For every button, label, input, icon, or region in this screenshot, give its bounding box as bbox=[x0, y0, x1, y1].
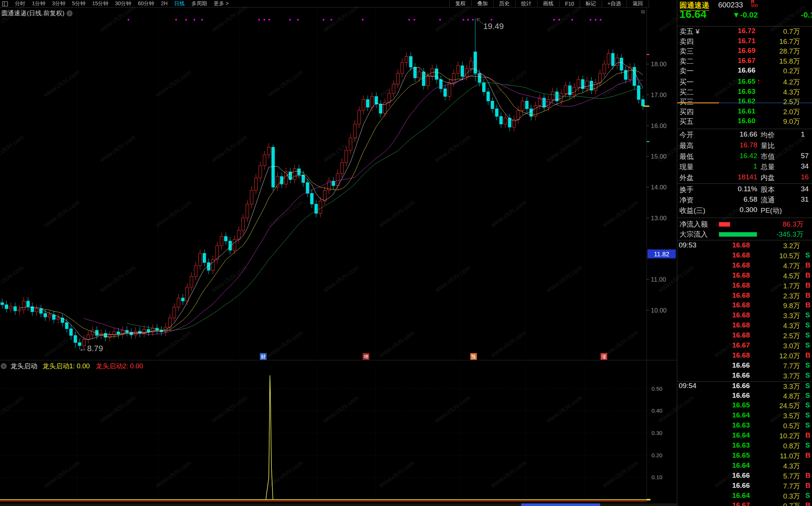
toolbar-button-复权[interactable]: 复权 bbox=[449, 0, 471, 7]
tick-price: 16.67 bbox=[709, 501, 750, 506]
tick-price: 16.66 bbox=[709, 361, 750, 369]
tick-price: 16.68 bbox=[709, 271, 750, 279]
tick-price: 16.68 bbox=[709, 261, 750, 269]
period-tab-1分钟[interactable]: 1分钟 bbox=[29, 0, 49, 7]
stat-label: PE(动) bbox=[761, 206, 782, 215]
period-tab-更多 >[interactable]: 更多 > bbox=[210, 0, 232, 7]
period-tab-30分钟[interactable]: 30分钟 bbox=[112, 0, 135, 7]
ob-level-label: 卖五 ¥ bbox=[679, 27, 700, 36]
toolbar-button-返回[interactable]: 返回 bbox=[627, 0, 649, 7]
order-book-row[interactable]: 卖四16.7116.7万 bbox=[677, 37, 812, 47]
order-book-row[interactable]: 买四16.612.0万 bbox=[677, 107, 812, 117]
stat-label: 流通 bbox=[761, 195, 775, 205]
window-icon[interactable] bbox=[2, 1, 8, 6]
stat-label: 市值 bbox=[761, 152, 775, 161]
trade-tick-row: 16.667.7万S bbox=[677, 361, 812, 371]
price-change-pct: -0.1 bbox=[801, 10, 812, 19]
stat-row: 最低16.42市值57 bbox=[677, 152, 812, 162]
order-book-row[interactable]: 买五16.609.0万 bbox=[677, 117, 812, 126]
tick-price: 16.65 bbox=[709, 451, 750, 459]
tick-side-letter: S bbox=[805, 361, 810, 369]
indicator-axis-label: 0.10 bbox=[652, 474, 662, 480]
tick-side-letter: B bbox=[805, 501, 811, 506]
trade-tick-row: 16.644.3万 bbox=[677, 461, 812, 471]
signal-dot bbox=[323, 19, 324, 20]
order-book-row[interactable]: 卖一16.660.2万 bbox=[677, 66, 812, 76]
tick-volume: 2.3万 bbox=[750, 291, 800, 301]
trade-tick-row: 09:5316.683.2万 bbox=[677, 241, 812, 251]
toolbar-button-F10[interactable]: F10 bbox=[559, 1, 580, 7]
toolbar-button-+自选[interactable]: +自选 bbox=[602, 0, 627, 7]
price-axis-label: 11.00 bbox=[651, 276, 666, 283]
order-book-row[interactable]: 买一16.65↑4.2万 bbox=[677, 77, 812, 87]
chevron-down-icon[interactable]: ∨ bbox=[67, 10, 73, 16]
period-tab-3分钟[interactable]: 3分钟 bbox=[49, 0, 69, 7]
ma30-line bbox=[127, 83, 643, 330]
ob-volume: 28.7万 bbox=[755, 47, 800, 56]
order-book-row[interactable]: 卖二16.6715.8万 bbox=[677, 57, 812, 66]
ob-level-label: 卖一 bbox=[679, 66, 694, 76]
ob-level-label: 买四 bbox=[679, 107, 694, 117]
stat-value-clipped: 57 bbox=[801, 152, 809, 160]
tick-price: 16.63 bbox=[709, 421, 750, 429]
ob-price: 16.71 bbox=[714, 37, 755, 45]
tick-price: 16.66 bbox=[709, 391, 750, 400]
stat-label: 股本 bbox=[761, 185, 775, 195]
stat-label: 净资 bbox=[679, 195, 694, 205]
period-tab-15分钟[interactable]: 15分钟 bbox=[89, 0, 112, 7]
toolbar-button-历史[interactable]: 历史 bbox=[493, 0, 515, 7]
trade-tick-row: 16.683.3万S bbox=[677, 311, 812, 321]
period-tab-多周期[interactable]: 多周期 bbox=[188, 0, 210, 7]
toolbar-button-叠加[interactable]: 叠加 bbox=[471, 0, 493, 7]
toolbar-button-统计[interactable]: 统计 bbox=[515, 0, 537, 7]
period-tab-日线[interactable]: 日线 bbox=[171, 0, 188, 7]
stat-label: 外盘 bbox=[679, 173, 694, 183]
tick-side-letter: B bbox=[805, 351, 811, 359]
ob-price: 16.65 bbox=[714, 77, 755, 86]
signal-dot bbox=[472, 19, 474, 20]
price-change: ▼-0.02 bbox=[732, 10, 758, 19]
tick-side-letter: S bbox=[805, 311, 810, 319]
tick-volume: 1.7万 bbox=[750, 281, 800, 291]
tick-side-letter: S bbox=[805, 382, 810, 390]
signal-dot bbox=[491, 19, 492, 20]
trade-tick-row: 16.665.7万B bbox=[677, 471, 812, 481]
tick-price: 16.67 bbox=[709, 341, 750, 349]
tick-side-letter: B bbox=[805, 271, 811, 279]
signal-dot bbox=[571, 19, 573, 20]
stat-value: 18141 bbox=[711, 173, 757, 181]
tick-side-letter: B bbox=[805, 431, 811, 439]
stat-value-clipped: 16 bbox=[801, 173, 809, 181]
indicator-axis-label: 0.20 bbox=[652, 452, 662, 458]
tick-volume: 7.7万 bbox=[750, 361, 800, 371]
chevron-down-icon[interactable]: ∨ bbox=[1, 363, 7, 369]
trade-tick-row: 16.6511.0万B bbox=[677, 451, 812, 461]
toolbar-button-标记[interactable]: 标记 bbox=[580, 0, 602, 7]
highlight-price-label: 11.82 bbox=[654, 251, 669, 258]
toolbar-button-画线[interactable]: 画线 bbox=[537, 0, 559, 7]
order-book-row[interactable]: 卖五 ¥16.720.7万 bbox=[677, 27, 812, 36]
signal-dot bbox=[289, 19, 291, 20]
scrollbar-handle[interactable] bbox=[521, 503, 600, 506]
price-axis-label: 15.00 bbox=[651, 153, 667, 160]
trade-tick-row: 16.6810.5万S bbox=[677, 251, 812, 261]
money-flow-row: 大宗流入-345.3万 bbox=[677, 230, 812, 240]
trade-tick-row: 16.670.7万B bbox=[677, 501, 812, 506]
stat-label: 量比 bbox=[761, 141, 775, 151]
stat-value: 1 bbox=[711, 162, 757, 170]
stat-value-clipped: 34 bbox=[801, 162, 809, 170]
signal-dot bbox=[128, 19, 129, 20]
signal-dot bbox=[194, 19, 195, 20]
stat-value-clipped: 31 bbox=[801, 195, 809, 204]
period-tab-5分钟[interactable]: 5分钟 bbox=[69, 0, 89, 7]
stat-label: 总量 bbox=[761, 162, 775, 172]
ob-price: 16.72 bbox=[714, 27, 755, 35]
period-tab-2H[interactable]: 2H bbox=[157, 0, 171, 7]
period-tab-60分钟[interactable]: 60分钟 bbox=[135, 0, 158, 7]
period-tab-分时[interactable]: 分时 bbox=[12, 0, 29, 7]
order-book-row[interactable]: 买二16.634.3万 bbox=[677, 87, 812, 97]
signal-dot bbox=[268, 19, 270, 20]
divider bbox=[677, 129, 812, 129]
tick-price: 16.64 bbox=[709, 461, 750, 470]
order-book-row[interactable]: 卖三16.6928.7万 bbox=[677, 47, 812, 56]
